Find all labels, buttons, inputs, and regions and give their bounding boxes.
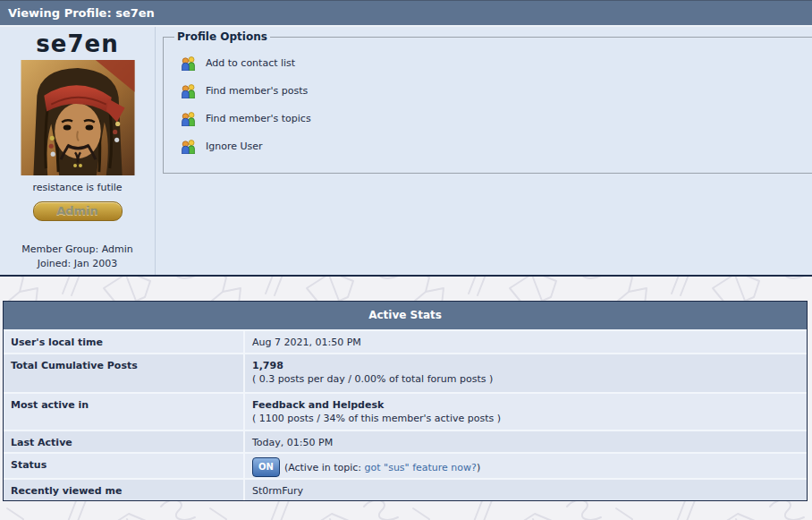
table-row: User's local time Aug 7 2021, 01:50 PM [4, 329, 807, 353]
table-row: Last Active Today, 01:50 PM [4, 430, 807, 452]
profile-options-panel: Profile Options Add to contact list [156, 27, 812, 275]
row-value: Today, 01:50 PM [245, 431, 807, 452]
option-label[interactable]: Add to contact list [206, 57, 295, 69]
row-value: 1,798 ( 0.3 posts per day / 0.00% of tot… [245, 354, 807, 392]
profile-options-fieldset: Profile Options Add to contact list [163, 30, 812, 174]
posts-count: 1,798 [252, 359, 807, 372]
profile-options-legend: Profile Options [174, 30, 270, 43]
status-suffix: ) [477, 461, 480, 474]
most-active-forum-link[interactable]: Feedback and Helpdesk [252, 399, 384, 411]
section-gap [0, 277, 812, 301]
status-prefix: (Active in topic: [284, 461, 361, 474]
admin-group-badge: Admin [33, 201, 123, 221]
page-title-bar: Viewing Profile: se7en [0, 0, 812, 27]
table-row: Most active in Feedback and Helpdesk ( 1… [4, 392, 807, 430]
active-stats-table: Active Stats User's local time Aug 7 202… [3, 301, 808, 501]
option-find-members-topics[interactable]: Find member's topics [173, 105, 812, 132]
table-row: Total Cumulative Posts 1,798 ( 0.3 posts… [4, 353, 807, 392]
avatar-image [21, 60, 135, 175]
status-on-badge: ON [252, 457, 280, 477]
two-people-icon [181, 84, 196, 98]
joined-date-text: Joined: Jan 2003 [0, 258, 155, 269]
option-ignore-user[interactable]: Ignore User [173, 132, 812, 160]
table-row: Status ON (Active in topic: got "sus" fe… [4, 452, 807, 478]
two-people-icon [181, 56, 196, 71]
option-find-members-posts[interactable]: Find member's posts [173, 77, 812, 105]
table-row: Recently viewed me St0rmFury [4, 478, 807, 500]
active-topic-link[interactable]: got "sus" feature now? [365, 461, 477, 474]
profile-summary-panel: se7en [0, 27, 156, 275]
option-add-to-contact-list[interactable]: Add to contact list [173, 49, 812, 77]
row-label: Most active in [4, 394, 245, 430]
row-label: Recently viewed me [4, 480, 245, 500]
posts-detail: ( 0.3 posts per day / 0.00% of total for… [252, 372, 807, 386]
profile-username: se7en [0, 30, 155, 57]
two-people-icon [181, 112, 196, 126]
option-label[interactable]: Find member's posts [206, 85, 308, 97]
member-title: resistance is futile [0, 182, 155, 193]
member-group-text: Member Group: Admin [0, 243, 155, 255]
active-stats-header: Active Stats [4, 302, 807, 329]
profile-section: se7en [0, 27, 812, 277]
row-value: Aug 7 2021, 01:50 PM [245, 331, 807, 353]
forum-posts-detail: ( 1100 posts / 34% of this member's acti… [252, 412, 807, 425]
row-label: Status [4, 454, 245, 478]
row-label: Last Active [4, 431, 245, 452]
two-people-icon [181, 140, 196, 154]
page-title: Viewing Profile: se7en [8, 6, 155, 20]
option-label[interactable]: Ignore User [206, 141, 263, 152]
option-label[interactable]: Find member's topics [206, 113, 311, 124]
row-value: Feedback and Helpdesk ( 1100 posts / 34%… [245, 394, 807, 430]
row-value: ON (Active in topic: got "sus" feature n… [245, 454, 807, 478]
row-label: Total Cumulative Posts [4, 354, 245, 392]
row-label: User's local time [4, 331, 245, 353]
recent-viewer-name[interactable]: St0rmFury [245, 480, 807, 500]
